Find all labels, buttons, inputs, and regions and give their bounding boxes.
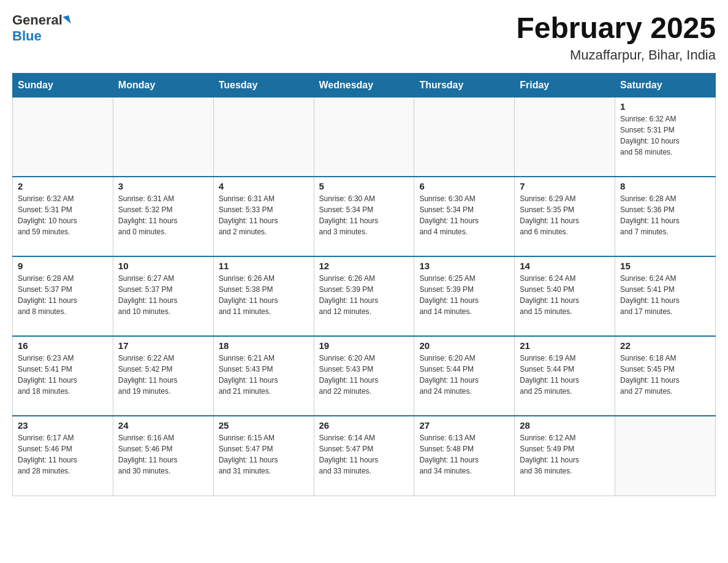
day-info: Sunrise: 6:25 AMSunset: 5:39 PMDaylight:… <box>419 273 509 317</box>
day-info: Sunrise: 6:24 AMSunset: 5:40 PMDaylight:… <box>520 273 610 317</box>
day-number: 26 <box>319 420 409 431</box>
day-info: Sunrise: 6:12 AMSunset: 5:49 PMDaylight:… <box>520 432 610 477</box>
calendar-subtitle: Muzaffarpur, Bihar, India <box>516 47 716 63</box>
calendar-cell: 10Sunrise: 6:27 AMSunset: 5:37 PMDayligh… <box>113 256 213 336</box>
calendar-cell: 3Sunrise: 6:31 AMSunset: 5:32 PMDaylight… <box>113 177 213 256</box>
header-cell-friday: Friday <box>515 73 615 97</box>
day-number: 25 <box>219 420 309 431</box>
day-info: Sunrise: 6:26 AMSunset: 5:39 PMDaylight:… <box>319 273 409 317</box>
calendar-cell: 9Sunrise: 6:28 AMSunset: 5:37 PMDaylight… <box>13 256 113 336</box>
title-section: February 2025 Muzaffarpur, Bihar, India <box>516 12 716 63</box>
day-number: 27 <box>419 420 509 431</box>
day-info: Sunrise: 6:30 AMSunset: 5:34 PMDaylight:… <box>319 193 409 237</box>
header-cell-wednesday: Wednesday <box>314 73 414 97</box>
calendar-cell <box>515 97 615 177</box>
calendar-cell: 5Sunrise: 6:30 AMSunset: 5:34 PMDaylight… <box>314 177 414 256</box>
day-info: Sunrise: 6:19 AMSunset: 5:44 PMDaylight:… <box>520 353 610 397</box>
week-row-2: 2Sunrise: 6:32 AMSunset: 5:31 PMDaylight… <box>13 177 716 256</box>
calendar-cell: 15Sunrise: 6:24 AMSunset: 5:41 PMDayligh… <box>615 256 716 336</box>
page-header: General Blue February 2025 Muzaffarpur, … <box>12 12 716 63</box>
day-info: Sunrise: 6:16 AMSunset: 5:46 PMDaylight:… <box>118 432 208 477</box>
day-number: 23 <box>18 420 108 431</box>
day-number: 20 <box>419 340 509 351</box>
day-number: 19 <box>319 340 409 351</box>
calendar-cell: 23Sunrise: 6:17 AMSunset: 5:46 PMDayligh… <box>13 416 113 496</box>
calendar-cell <box>414 97 515 177</box>
calendar-cell: 25Sunrise: 6:15 AMSunset: 5:47 PMDayligh… <box>213 416 314 496</box>
day-number: 15 <box>620 261 710 271</box>
day-number: 28 <box>520 420 610 431</box>
day-number: 22 <box>620 340 710 351</box>
calendar-cell: 14Sunrise: 6:24 AMSunset: 5:40 PMDayligh… <box>515 256 615 336</box>
calendar-cell: 8Sunrise: 6:28 AMSunset: 5:36 PMDaylight… <box>615 177 716 256</box>
day-info: Sunrise: 6:22 AMSunset: 5:42 PMDaylight:… <box>118 353 208 397</box>
calendar-cell: 13Sunrise: 6:25 AMSunset: 5:39 PMDayligh… <box>414 256 515 336</box>
calendar-cell: 20Sunrise: 6:20 AMSunset: 5:44 PMDayligh… <box>414 336 515 416</box>
day-number: 13 <box>419 261 509 271</box>
day-info: Sunrise: 6:29 AMSunset: 5:35 PMDaylight:… <box>520 193 610 237</box>
day-number: 7 <box>520 181 610 191</box>
calendar-cell: 17Sunrise: 6:22 AMSunset: 5:42 PMDayligh… <box>113 336 213 416</box>
day-info: Sunrise: 6:23 AMSunset: 5:41 PMDaylight:… <box>18 353 108 397</box>
calendar-cell: 28Sunrise: 6:12 AMSunset: 5:49 PMDayligh… <box>515 416 615 496</box>
day-number: 14 <box>520 261 610 271</box>
calendar-title: February 2025 <box>516 12 716 45</box>
day-info: Sunrise: 6:13 AMSunset: 5:48 PMDaylight:… <box>419 432 509 477</box>
day-info: Sunrise: 6:32 AMSunset: 5:31 PMDaylight:… <box>620 113 710 158</box>
calendar-cell: 16Sunrise: 6:23 AMSunset: 5:41 PMDayligh… <box>13 336 113 416</box>
calendar-cell: 18Sunrise: 6:21 AMSunset: 5:43 PMDayligh… <box>213 336 314 416</box>
day-number: 4 <box>219 181 309 191</box>
header-cell-thursday: Thursday <box>414 73 515 97</box>
day-number: 12 <box>319 261 409 271</box>
day-info: Sunrise: 6:21 AMSunset: 5:43 PMDaylight:… <box>219 353 309 397</box>
day-info: Sunrise: 6:32 AMSunset: 5:31 PMDaylight:… <box>18 193 108 237</box>
day-number: 18 <box>219 340 309 351</box>
calendar-cell <box>615 416 716 496</box>
calendar-cell: 12Sunrise: 6:26 AMSunset: 5:39 PMDayligh… <box>314 256 414 336</box>
calendar-cell: 24Sunrise: 6:16 AMSunset: 5:46 PMDayligh… <box>113 416 213 496</box>
logo-triangle-icon <box>63 15 70 25</box>
calendar-cell: 1Sunrise: 6:32 AMSunset: 5:31 PMDaylight… <box>615 97 716 177</box>
calendar-cell: 2Sunrise: 6:32 AMSunset: 5:31 PMDaylight… <box>13 177 113 256</box>
header-row: SundayMondayTuesdayWednesdayThursdayFrid… <box>13 73 716 97</box>
day-info: Sunrise: 6:20 AMSunset: 5:43 PMDaylight:… <box>319 353 409 397</box>
day-number: 2 <box>18 181 108 191</box>
header-cell-sunday: Sunday <box>13 73 113 97</box>
calendar-header: SundayMondayTuesdayWednesdayThursdayFrid… <box>13 73 716 97</box>
logo-blue-text: Blue <box>12 28 42 44</box>
day-info: Sunrise: 6:15 AMSunset: 5:47 PMDaylight:… <box>219 432 309 477</box>
calendar-cell: 21Sunrise: 6:19 AMSunset: 5:44 PMDayligh… <box>515 336 615 416</box>
header-cell-tuesday: Tuesday <box>213 73 314 97</box>
day-number: 11 <box>219 261 309 271</box>
calendar-cell <box>213 97 314 177</box>
day-info: Sunrise: 6:26 AMSunset: 5:38 PMDaylight:… <box>219 273 309 317</box>
week-row-3: 9Sunrise: 6:28 AMSunset: 5:37 PMDaylight… <box>13 256 716 336</box>
day-number: 16 <box>18 340 108 351</box>
day-number: 24 <box>118 420 208 431</box>
day-number: 10 <box>118 261 208 271</box>
day-number: 3 <box>118 181 208 191</box>
day-info: Sunrise: 6:14 AMSunset: 5:47 PMDaylight:… <box>319 432 409 477</box>
calendar-cell: 22Sunrise: 6:18 AMSunset: 5:45 PMDayligh… <box>615 336 716 416</box>
day-number: 6 <box>419 181 509 191</box>
day-info: Sunrise: 6:20 AMSunset: 5:44 PMDaylight:… <box>419 353 509 397</box>
day-info: Sunrise: 6:31 AMSunset: 5:32 PMDaylight:… <box>118 193 208 237</box>
calendar-cell: 27Sunrise: 6:13 AMSunset: 5:48 PMDayligh… <box>414 416 515 496</box>
logo-general-text: General <box>12 12 63 28</box>
day-info: Sunrise: 6:24 AMSunset: 5:41 PMDaylight:… <box>620 273 710 317</box>
day-number: 1 <box>620 101 710 112</box>
calendar-cell: 7Sunrise: 6:29 AMSunset: 5:35 PMDaylight… <box>515 177 615 256</box>
calendar-cell: 4Sunrise: 6:31 AMSunset: 5:33 PMDaylight… <box>213 177 314 256</box>
header-cell-monday: Monday <box>113 73 213 97</box>
header-cell-saturday: Saturday <box>615 73 716 97</box>
logo: General Blue <box>12 12 70 44</box>
day-number: 8 <box>620 181 710 191</box>
day-info: Sunrise: 6:31 AMSunset: 5:33 PMDaylight:… <box>219 193 309 237</box>
week-row-1: 1Sunrise: 6:32 AMSunset: 5:31 PMDaylight… <box>13 97 716 177</box>
calendar-cell: 19Sunrise: 6:20 AMSunset: 5:43 PMDayligh… <box>314 336 414 416</box>
day-info: Sunrise: 6:18 AMSunset: 5:45 PMDaylight:… <box>620 353 710 397</box>
day-number: 21 <box>520 340 610 351</box>
week-row-5: 23Sunrise: 6:17 AMSunset: 5:46 PMDayligh… <box>13 416 716 496</box>
calendar-body: 1Sunrise: 6:32 AMSunset: 5:31 PMDaylight… <box>13 97 716 496</box>
day-info: Sunrise: 6:27 AMSunset: 5:37 PMDaylight:… <box>118 273 208 317</box>
